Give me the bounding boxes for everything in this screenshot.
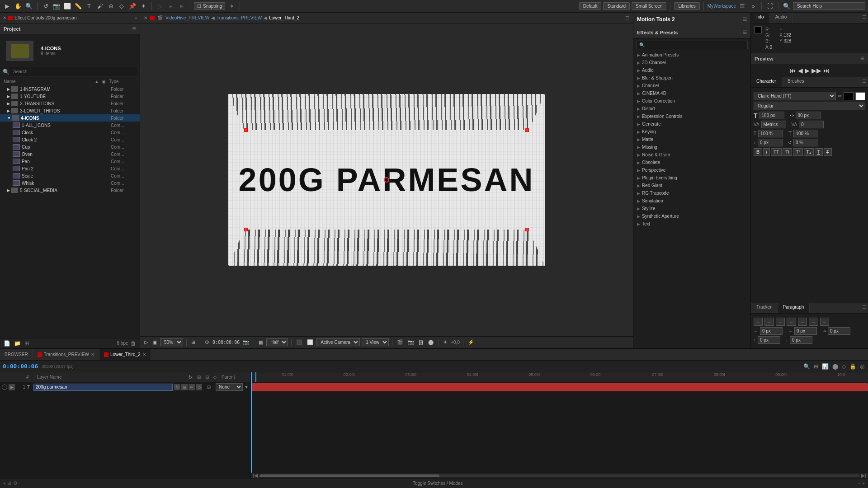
tl-layers-btn[interactable]: ⊞ — [7, 480, 11, 486]
preview-menu-icon[interactable]: ☰ — [860, 56, 864, 61]
layer-motion-btn[interactable]: ⊞ — [181, 384, 188, 390]
list-item[interactable]: Scale Com... — [0, 172, 140, 179]
new-folder-icon[interactable]: 📁 — [13, 339, 22, 347]
effect-item[interactable]: ▶3D Channel — [633, 59, 750, 66]
font-size-input[interactable] — [760, 112, 784, 119]
style-select[interactable]: Regular — [754, 102, 865, 110]
tab-info[interactable]: Info — [751, 13, 770, 23]
close-tab-icon[interactable]: ✕ — [91, 352, 94, 357]
list-item[interactable]: ▶ 2-TRANSITIONS Folder — [0, 100, 140, 107]
effect-item[interactable]: ▶Noise & Grain — [633, 151, 750, 159]
view-select[interactable]: 1 View — [362, 338, 389, 346]
comp-settings-icon[interactable]: ⚙ — [203, 338, 211, 346]
tool-brush[interactable]: 🖌 — [95, 2, 104, 11]
effect-item[interactable]: ▶Text — [633, 220, 750, 228]
effect-item[interactable]: ▶Animation Presets — [633, 51, 750, 59]
tl-render-icon[interactable]: ⬤ — [831, 362, 839, 371]
tool-rotate[interactable]: ↺ — [41, 2, 50, 11]
layer-fx-btn[interactable]: fx — [174, 384, 180, 390]
new-comp-icon[interactable]: 📄 — [3, 339, 11, 347]
render-icon[interactable]: 🎬 — [396, 338, 405, 346]
tool-hand[interactable]: ✋ — [14, 2, 23, 11]
layer-visibility-toggle[interactable] — [2, 385, 7, 390]
effects-search-input[interactable] — [636, 41, 748, 49]
scale-v-input[interactable] — [793, 130, 818, 137]
show-snapshot-icon[interactable]: 🖼 — [417, 339, 425, 346]
mode-default-btn[interactable]: Default — [579, 2, 602, 10]
list-item[interactable]: 1-ALL_ICONS Com... — [0, 122, 140, 129]
effect-item[interactable]: ▶RG Trapcode — [633, 189, 750, 197]
scroll-end-btn[interactable]: ▶| — [861, 473, 866, 478]
char-fill-swatch[interactable] — [844, 92, 854, 100]
effect-item[interactable]: ▶Missing — [633, 143, 750, 151]
para-menu-icon[interactable]: ☰ — [860, 303, 868, 313]
libraries-btn[interactable]: Libraries — [674, 2, 699, 10]
tl-search-icon[interactable]: 🔍 — [802, 362, 811, 371]
tl-zoom-in-btn[interactable]: + — [863, 481, 865, 486]
tool-pin[interactable]: 📌 — [128, 2, 137, 11]
tab-character[interactable]: Character — [751, 77, 782, 87]
list-item[interactable]: Whisk Com... — [0, 179, 140, 187]
dependencies-icon[interactable]: ⊞ — [24, 339, 30, 347]
tab-paragraph[interactable]: Paragraph — [778, 303, 810, 313]
baseline-input[interactable] — [758, 139, 783, 146]
tl-solo-icon[interactable]: ◎ — [859, 362, 865, 371]
close-tab-active-icon[interactable]: ✕ — [142, 352, 146, 357]
tl-lock-icon[interactable]: 🔒 — [849, 362, 857, 371]
char-stroke-swatch[interactable] — [855, 92, 865, 100]
camera-icon[interactable]: 📷 — [241, 338, 250, 346]
effect-item[interactable]: ▶Blur & Sharpen — [633, 74, 750, 82]
motion-tools-menu-icon[interactable]: ☰ — [743, 17, 747, 22]
prev-first-btn[interactable]: ⏮ — [790, 67, 796, 74]
effect-item[interactable]: ▶Plugin Everything — [633, 174, 750, 182]
breadcrumb-videohive[interactable]: VideoHive_PREVIEW — [165, 15, 209, 20]
layer-adj-btn[interactable]: ◇ — [196, 384, 202, 390]
list-item[interactable]: ▶ 5-SOCIAL_MEDIA Folder — [0, 187, 140, 194]
my-workspace-btn[interactable]: MyWorkspace — [708, 4, 736, 9]
parent-dropdown-icon[interactable]: ▼ — [244, 385, 249, 389]
font-select[interactable]: Claire Hand (TT) — [754, 92, 836, 100]
tool-puppet[interactable]: ✦ — [139, 2, 148, 11]
text-sub-btn[interactable]: T₂ — [804, 148, 814, 156]
quality-select[interactable]: Half — [266, 338, 288, 346]
layer-play-btn[interactable]: ▶ — [9, 384, 15, 390]
prev-forward-btn[interactable]: ▶▶ — [811, 67, 821, 74]
list-item[interactable]: Clock Com... — [0, 129, 140, 136]
align-full-center-btn[interactable]: ≡ — [809, 318, 818, 326]
effect-item-color-correction[interactable]: ▶Color Correction — [633, 97, 750, 105]
rotate-input[interactable] — [793, 139, 818, 146]
align-full-right-btn[interactable]: ≡ — [820, 318, 829, 326]
list-item-clock2[interactable]: Clock 2 Com... — [0, 136, 140, 143]
align-full-left-btn[interactable]: ≡ — [798, 318, 807, 326]
list-item[interactable]: ▶ 1-INSTAGRAM Folder — [0, 85, 140, 93]
edit-icon[interactable]: ✏ — [838, 93, 842, 99]
transparency-icon[interactable]: ⬛ — [295, 338, 304, 346]
char-menu-icon[interactable]: ☰ — [860, 77, 868, 87]
indent-first-input[interactable] — [828, 327, 850, 335]
tool-eraser[interactable]: ◇ — [117, 2, 126, 11]
metrics-input[interactable] — [761, 121, 786, 128]
search-icon[interactable]: 🔍 — [782, 2, 791, 11]
mode-small-btn[interactable]: Small Screen — [632, 2, 666, 10]
tab-brushes[interactable]: Brushes — [782, 77, 810, 87]
space-before-input[interactable] — [758, 336, 780, 344]
pixel-aspect-icon[interactable]: ⬜ — [306, 338, 315, 346]
mode-standard-btn[interactable]: Standard — [603, 2, 630, 10]
text-underline-btn[interactable]: T — [815, 148, 823, 156]
indent-right-input[interactable] — [794, 327, 817, 335]
delete-icon[interactable]: 🗑 — [130, 339, 137, 347]
effect-item[interactable]: ▶Obsolete — [633, 159, 750, 166]
prev-back-btn[interactable]: ◀ — [798, 67, 803, 74]
project-search-input[interactable] — [9, 67, 137, 76]
effect-item-perspective[interactable]: ▶Perspective — [633, 166, 750, 174]
space-after-input[interactable] — [790, 336, 812, 344]
effect-item[interactable]: ▶Audio — [633, 66, 750, 74]
close-icon[interactable]: ✕ — [3, 15, 6, 20]
effect-item[interactable]: ▶Distort — [633, 105, 750, 113]
text-italic-btn[interactable]: I — [763, 148, 770, 156]
tracking-input[interactable] — [796, 112, 821, 119]
list-item[interactable]: ▶ 3-LOWER_THIRDS Folder — [0, 107, 140, 114]
effect-item[interactable]: ▶Matte — [633, 136, 750, 143]
effect-item[interactable]: ▶CINEMA 4D — [633, 89, 750, 97]
align-center-btn[interactable]: ≡ — [764, 318, 774, 326]
